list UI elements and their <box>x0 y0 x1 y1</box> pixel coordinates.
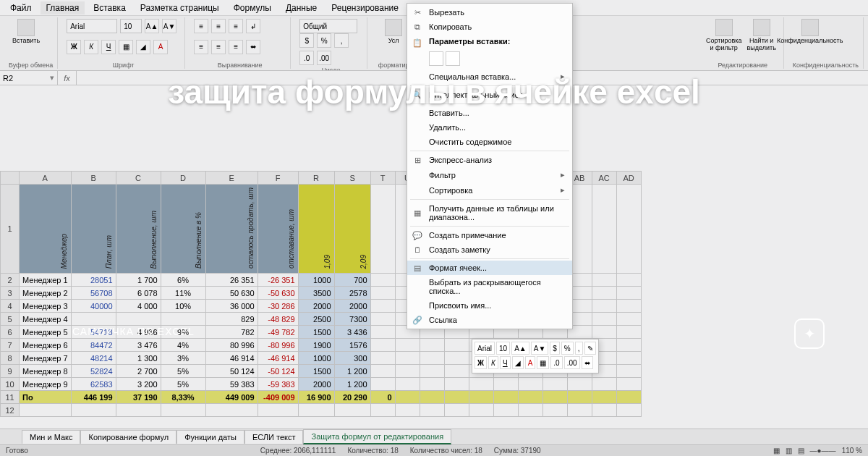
cell[interactable]: 6% <box>161 274 205 287</box>
cell[interactable] <box>616 300 641 313</box>
cell[interactable]: -80 996 <box>258 339 298 352</box>
cell[interactable]: 4% <box>161 339 205 352</box>
ctx-quick-analysis[interactable]: ⊞Экспресс-анализ <box>407 153 572 167</box>
mini-font-color[interactable]: A <box>525 356 536 369</box>
cell[interactable] <box>493 391 518 404</box>
cell[interactable]: -49 782 <box>258 326 298 339</box>
comma-button[interactable]: , <box>334 33 349 48</box>
cell[interactable]: 28051 <box>71 274 116 287</box>
align-bottom-button[interactable]: ≡ <box>229 19 243 33</box>
cell[interactable]: 3500 <box>298 287 334 300</box>
column-header[interactable]: T <box>370 172 395 185</box>
mini-percent[interactable]: % <box>561 342 574 355</box>
align-left-button[interactable]: ≡ <box>194 40 208 54</box>
increase-font-button[interactable]: A▲ <box>145 19 159 33</box>
cell[interactable] <box>592 274 616 287</box>
select-all-cell[interactable] <box>1 172 20 185</box>
cell[interactable] <box>161 404 205 417</box>
cell[interactable] <box>370 274 395 287</box>
cell[interactable] <box>420 378 444 391</box>
sheet-tab[interactable]: Копирование формул <box>80 430 176 444</box>
cell[interactable]: 2500 <box>298 313 334 326</box>
cell[interactable]: 40000 <box>71 300 116 313</box>
cell[interactable] <box>370 352 395 365</box>
cell[interactable] <box>334 404 370 417</box>
column-header[interactable]: E <box>205 172 258 185</box>
cell[interactable] <box>493 378 518 391</box>
cell[interactable]: 446 199 <box>71 391 116 404</box>
column-header[interactable]: A <box>20 172 72 185</box>
mini-font-name[interactable]: Arial <box>475 342 495 355</box>
cell[interactable] <box>420 391 444 404</box>
row-header[interactable]: 9 <box>1 365 20 378</box>
cell[interactable] <box>542 404 567 417</box>
cell[interactable] <box>592 391 616 404</box>
mini-currency[interactable]: $ <box>550 342 560 355</box>
row-header[interactable]: 5 <box>1 313 20 326</box>
cell[interactable]: 300 <box>334 352 370 365</box>
cell[interactable]: -59 383 <box>258 378 298 391</box>
mini-format-painter[interactable]: ✎ <box>584 342 596 355</box>
cell[interactable] <box>592 313 616 326</box>
sheet-tab[interactable]: Мин и Макс <box>22 430 80 444</box>
cell[interactable] <box>370 313 395 326</box>
cell[interactable]: 1000 <box>298 352 334 365</box>
cell[interactable] <box>616 287 641 300</box>
mini-border[interactable]: ▦ <box>537 356 549 369</box>
cell[interactable] <box>592 185 616 274</box>
cell[interactable]: Менеджер 8 <box>20 365 72 378</box>
font-size-selector[interactable] <box>120 19 142 33</box>
number-format-selector[interactable] <box>299 19 357 33</box>
cell[interactable]: 1500 <box>298 365 334 378</box>
mini-dec-decimal[interactable]: .00 <box>564 356 580 369</box>
mini-comma[interactable]: , <box>575 342 583 355</box>
cell[interactable] <box>420 339 444 352</box>
italic-button[interactable]: К <box>84 40 98 54</box>
merge-button[interactable]: ⬌ <box>246 40 260 54</box>
cell[interactable]: 20 290 <box>334 391 370 404</box>
cell[interactable]: 16 900 <box>298 391 334 404</box>
cell[interactable] <box>395 365 420 378</box>
table-header-cell[interactable]: Выполнение, шт <box>116 185 161 274</box>
cell[interactable] <box>370 300 395 313</box>
cell[interactable] <box>567 391 592 404</box>
column-header[interactable]: S <box>334 172 370 185</box>
mini-fill-color[interactable]: ◢ <box>512 356 524 369</box>
cell[interactable] <box>370 404 395 417</box>
cell[interactable] <box>395 378 420 391</box>
cell[interactable]: 37 190 <box>116 391 161 404</box>
cell[interactable] <box>444 391 469 404</box>
cell[interactable]: 4 000 <box>116 300 161 313</box>
cell[interactable]: 1500 <box>298 326 334 339</box>
cell[interactable] <box>469 378 493 391</box>
cell[interactable]: По <box>20 391 72 404</box>
menu-файл[interactable]: Файл <box>4 1 38 14</box>
ctx-copy[interactable]: ⧉Копировать <box>407 20 572 34</box>
cell[interactable] <box>205 404 258 417</box>
ctx-format-cells[interactable]: ▤Формат ячеек... <box>407 261 572 275</box>
row-header[interactable]: 2 <box>1 274 20 287</box>
cell[interactable]: -50 630 <box>258 287 298 300</box>
bold-button[interactable]: Ж <box>67 40 81 54</box>
cell[interactable]: 1576 <box>334 339 370 352</box>
cell[interactable] <box>567 404 592 417</box>
menu-вставка[interactable]: Вставка <box>88 1 132 14</box>
cell[interactable]: -46 914 <box>258 352 298 365</box>
cell[interactable] <box>370 365 395 378</box>
cell[interactable]: 3 436 <box>334 326 370 339</box>
paste-option-1[interactable] <box>429 51 443 66</box>
cell[interactable]: 6 078 <box>116 287 161 300</box>
cell[interactable]: 5% <box>161 378 205 391</box>
align-middle-button[interactable]: ≡ <box>211 19 226 33</box>
cell[interactable] <box>518 391 542 404</box>
conditional-formatting-button[interactable]: Усл <box>376 19 411 59</box>
paste-button[interactable]: Вставить <box>9 19 43 59</box>
cell[interactable] <box>395 352 420 365</box>
table-header-cell[interactable]: отставание, шт <box>258 185 298 274</box>
cell[interactable]: 700 <box>334 274 370 287</box>
cell[interactable]: 48214 <box>71 352 116 365</box>
cell[interactable] <box>370 287 395 300</box>
cell[interactable] <box>616 326 641 339</box>
table-header-cell[interactable]: осталось продать, шт <box>205 185 258 274</box>
cell[interactable] <box>161 313 205 326</box>
